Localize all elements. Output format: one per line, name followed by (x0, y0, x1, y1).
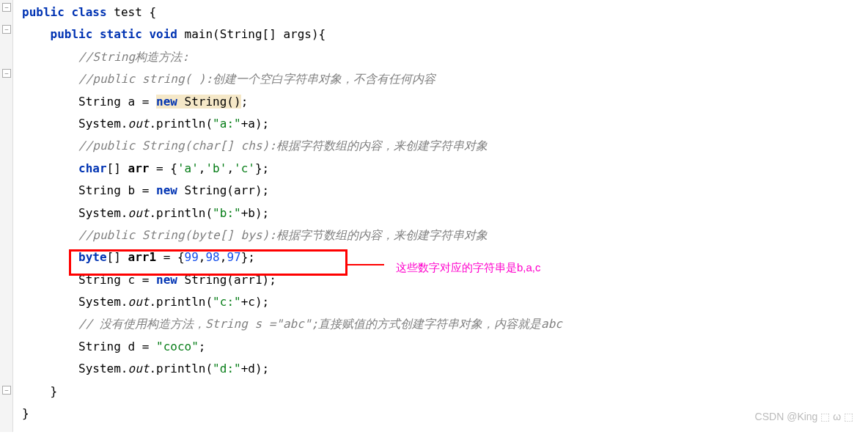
code-line: String d = "coco"; (22, 336, 868, 358)
fold-icon[interactable]: − (2, 25, 11, 34)
code-line: } (22, 381, 868, 403)
code-line: String a = new String(); (22, 91, 868, 113)
code-line: //public String(byte[] bys):根据字节数组的内容，来创… (22, 224, 868, 246)
code-line: System.out.println("c:"+c); (22, 291, 868, 313)
code-line: System.out.println("b:"+b); (22, 202, 868, 224)
code-editor[interactable]: public class test { public static void m… (15, 0, 868, 432)
fold-icon[interactable]: − (2, 386, 11, 395)
code-line: String b = new String(arr); (22, 180, 868, 202)
code-line: char[] arr = {'a','b','c'}; (22, 158, 868, 180)
code-line: //String构造方法: (22, 46, 868, 68)
code-line: public static void main(String[] args){ (22, 23, 868, 45)
code-line: System.out.println("d:"+d); (22, 358, 868, 380)
code-line: System.out.println("a:"+a); (22, 113, 868, 135)
code-line: // 没有使用构造方法，String s ="abc";直接赋值的方式创建字符串… (22, 313, 868, 335)
editor-gutter: − − − − (0, 0, 13, 432)
fold-icon[interactable]: − (2, 3, 11, 12)
code-line: //public string( ):创建一个空白字符串对象，不含有任何内容 (22, 68, 868, 90)
code-line: } (22, 403, 868, 425)
code-line: //public String(char[] chs):根据字符数组的内容，来创… (22, 135, 868, 157)
code-line: public class test { (22, 1, 868, 23)
watermark: CSDN @King ⬚ ω ⬚ (755, 407, 853, 427)
annotation-text: 这些数字对应的字符串是b,a,c (396, 257, 541, 279)
fold-icon[interactable]: − (2, 69, 11, 78)
